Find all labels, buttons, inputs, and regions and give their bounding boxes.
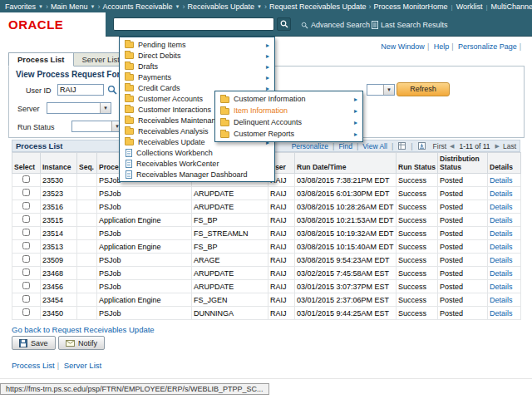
row-select-checkbox[interactable] — [22, 308, 30, 316]
menu-item-payments[interactable]: Payments — [120, 71, 274, 82]
nav-multichannel-console-link[interactable]: MultiChannel Console — [491, 2, 532, 11]
breadcrumb-favorites[interactable]: Favorites▼ — [5, 2, 43, 11]
view-all-link[interactable]: View All — [362, 142, 387, 150]
download-icon[interactable] — [418, 142, 426, 150]
details-link[interactable]: Details — [490, 309, 513, 318]
nav-home-link[interactable]: Home — [428, 2, 448, 11]
row-select-checkbox[interactable] — [22, 242, 30, 249]
last-search-results-link[interactable]: Last Search Results — [372, 21, 448, 29]
cell-process-type: PSJob — [99, 309, 121, 318]
cell-distribution-status: Posted — [440, 269, 463, 278]
refresh-button[interactable]: Refresh — [397, 82, 450, 96]
row-select-checkbox[interactable] — [22, 295, 30, 303]
bottom-link-process-list[interactable]: Process List — [12, 361, 55, 370]
submenu-item-customer-information[interactable]: Customer Information — [215, 93, 362, 105]
submenu-item-delinquent-accounts[interactable]: Delinquent Accounts — [215, 116, 362, 128]
table-row: 23515Application EngineFS_BPRAIJ03/08/20… — [12, 214, 521, 227]
details-link[interactable]: Details — [490, 269, 513, 278]
cell-process-type: PSJob — [99, 176, 121, 185]
cell-instance: 23509 — [42, 256, 63, 264]
pagination-last[interactable]: Last — [503, 142, 516, 150]
row-select-checkbox[interactable] — [22, 215, 30, 223]
row-select-checkbox[interactable] — [22, 255, 30, 263]
page-links: New Window Help Personalize Page — [381, 42, 524, 51]
submenu-arrow-icon — [354, 130, 357, 138]
menu-item-pending-items[interactable]: Pending Items — [120, 39, 274, 50]
banner-nav: Favorites▼ › Main Menu▼ › Accounts Recei… — [0, 0, 532, 12]
table-row: 23450PSJobDUNNINGARAIJ03/01/2015 9:44:25… — [12, 307, 521, 320]
pagination-first[interactable]: First — [433, 142, 447, 150]
details-link[interactable]: Details — [490, 190, 513, 198]
grid-toolbar: Personalize Find View All First ◀ 1-11 o… — [292, 142, 516, 150]
notify-button[interactable]: Notify — [58, 336, 105, 350]
grid-title: Process List — [16, 141, 63, 150]
details-link[interactable]: Details — [490, 216, 513, 224]
row-select-checkbox[interactable] — [22, 268, 30, 276]
row-select-checkbox[interactable] — [22, 229, 30, 236]
submenu-item-customer-reports[interactable]: Customer Reports — [215, 128, 362, 140]
user-id-lookup-icon[interactable] — [107, 85, 117, 96]
advanced-search-link[interactable]: Advanced Search — [301, 21, 370, 29]
nav-worklist-link[interactable]: Worklist — [456, 2, 483, 11]
last-period-select[interactable] — [367, 84, 395, 96]
tab-process-list[interactable]: Process List — [8, 52, 74, 66]
run-status-select[interactable] — [71, 121, 123, 132]
user-id-input[interactable] — [57, 84, 104, 96]
page-icon — [126, 160, 132, 168]
cell-process-type: Application Engine — [99, 296, 161, 304]
help-link[interactable]: Help — [434, 42, 450, 51]
submenu-arrow-icon — [354, 95, 357, 103]
find-link[interactable]: Find — [338, 142, 352, 150]
browser-status-bar: https://fms-trn.ps.sc.edu/psp/FTRN/EMPLO… — [0, 383, 269, 395]
cell-run-datetime: 03/08/2015 7:38:21PM EDT — [297, 176, 390, 185]
cell-user: RAIJ — [270, 190, 287, 198]
breadcrumb-receivables-update[interactable]: Receivables Update▼ — [187, 2, 262, 11]
pagination-prev-icon[interactable]: ◀ — [448, 143, 456, 150]
details-link[interactable]: Details — [490, 176, 513, 185]
pagination-next-icon[interactable]: ▶ — [494, 143, 501, 150]
folder-icon — [125, 74, 134, 81]
table-row: 23509PSJobARAGERAIJ03/08/2015 9:54:23AM … — [12, 254, 521, 267]
bottom-link-server-list[interactable]: Server List — [64, 361, 101, 370]
cell-run-datetime: 03/08/2015 10:15:40AM EDT — [297, 243, 394, 251]
breadcrumb-main-menu[interactable]: Main Menu▼ — [51, 2, 95, 11]
menu-item-collections-workbench[interactable]: Collections Workbench — [120, 147, 274, 158]
chevron-down-icon — [100, 103, 111, 113]
menu-item-drafts[interactable]: Drafts — [120, 61, 274, 71]
details-link[interactable]: Details — [490, 296, 513, 304]
new-window-link[interactable]: New Window — [381, 42, 425, 51]
details-link[interactable]: Details — [490, 283, 513, 291]
breadcrumb-accounts-receivable[interactable]: Accounts Receivable▼ — [102, 2, 180, 11]
submenu-item-item-information[interactable]: Item Information — [215, 105, 362, 116]
submenu-arrow-icon — [354, 106, 357, 115]
menu-item-receivables-workcenter[interactable]: Receivables WorkCenter — [120, 158, 274, 169]
row-select-checkbox[interactable] — [22, 282, 30, 289]
submenu-arrow-icon — [354, 118, 357, 126]
server-select[interactable] — [47, 102, 111, 114]
breadcrumb-request-receivables-update[interactable]: Request Receivables Update — [269, 2, 367, 11]
last-search-results-icon — [372, 21, 378, 29]
header-instance: Instance — [41, 153, 77, 174]
breadcrumb-process-monitor[interactable]: Process Monitor — [374, 2, 428, 11]
details-link[interactable]: Details — [490, 203, 513, 211]
row-select-checkbox[interactable] — [22, 189, 30, 196]
search-icon[interactable] — [277, 17, 291, 31]
global-search-input[interactable] — [113, 17, 274, 31]
details-link[interactable]: Details — [490, 256, 513, 264]
cell-instance: 23456 — [42, 283, 63, 291]
go-back-link[interactable]: Go back to Request Receivables Update — [12, 325, 155, 334]
row-select-checkbox[interactable] — [22, 175, 30, 183]
details-link[interactable]: Details — [490, 243, 513, 251]
cell-instance: 23523 — [42, 190, 63, 198]
save-button[interactable]: Save — [12, 336, 56, 350]
table-row: 23468PSJobARUPDATERAIJ03/02/2015 7:45:58… — [12, 267, 521, 280]
row-select-checkbox[interactable] — [22, 202, 30, 209]
menu-item-direct-debits[interactable]: Direct Debits — [120, 50, 274, 61]
personalize-link[interactable]: Personalize — [292, 142, 328, 150]
folder-icon — [125, 106, 134, 113]
details-link[interactable]: Details — [490, 229, 513, 238]
cell-process-type: PSJob — [99, 256, 121, 264]
menu-item-receivables-manager-dashboard[interactable]: Receivables Manager Dashboard — [120, 169, 274, 180]
zoom-grid-icon[interactable] — [398, 142, 406, 150]
personalize-page-link[interactable]: Personalize Page — [458, 42, 517, 51]
